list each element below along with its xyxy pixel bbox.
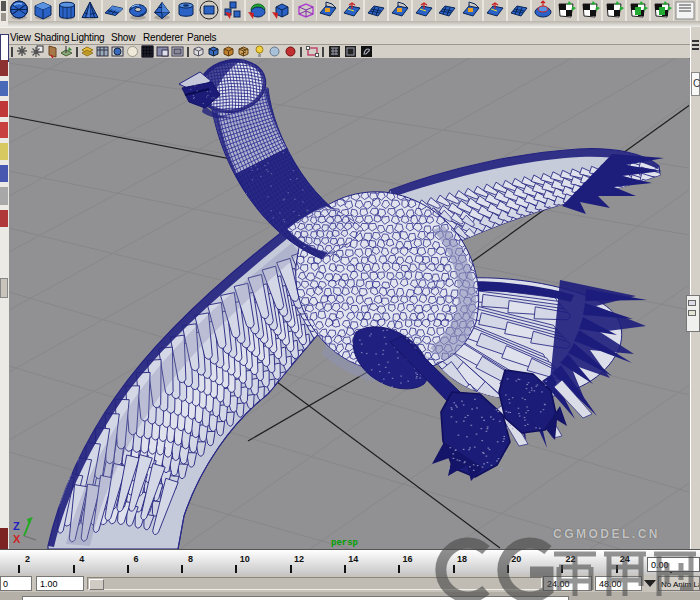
- svg-text:X: X: [13, 533, 21, 545]
- svg-text:Z: Z: [13, 520, 20, 532]
- svg-text:persp: persp: [331, 538, 358, 548]
